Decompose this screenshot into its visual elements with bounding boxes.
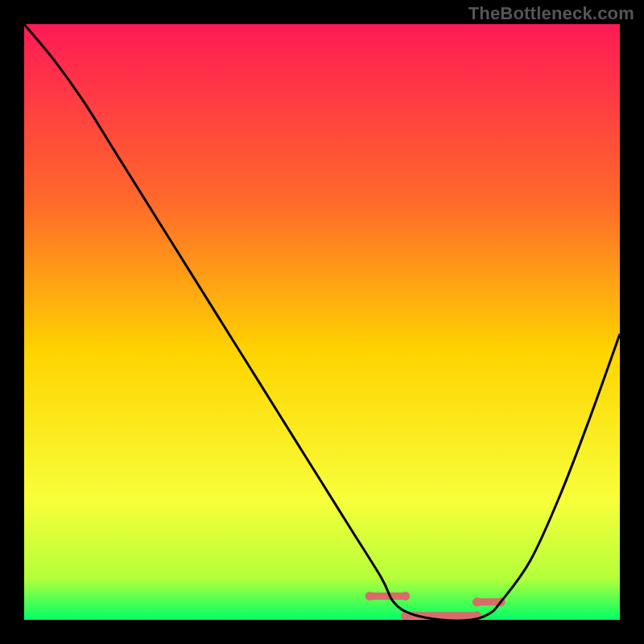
svg-point-1	[365, 592, 374, 601]
plot-area	[24, 24, 620, 620]
chart-frame: TheBottleneck.com	[0, 0, 644, 644]
svg-point-7	[473, 597, 481, 606]
gradient-background	[24, 24, 620, 620]
svg-point-2	[401, 592, 410, 601]
bottleneck-chart	[24, 24, 620, 620]
watermark-text: TheBottleneck.com	[469, 3, 634, 24]
